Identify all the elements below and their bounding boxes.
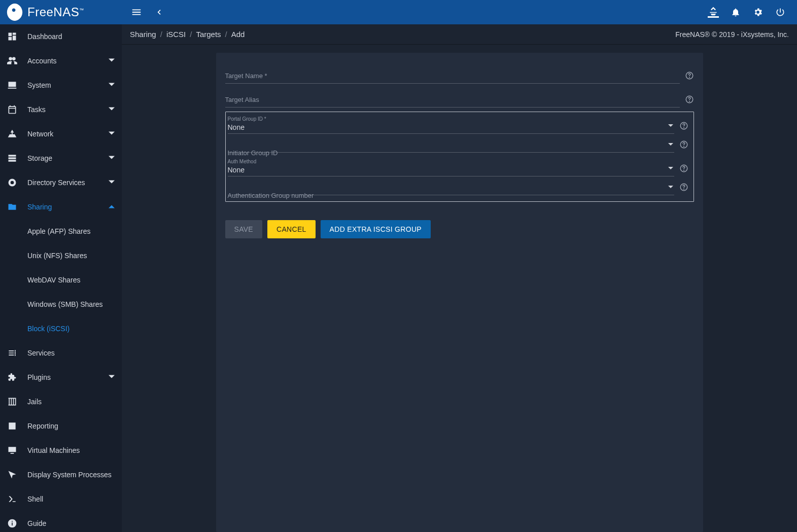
sidebar-item-label: System [27, 81, 51, 89]
auth-group-select[interactable] [228, 186, 674, 195]
help-icon[interactable] [685, 71, 694, 84]
auth-method-select[interactable]: None [228, 159, 674, 176]
sidebar-subitem-apple-afp-shares[interactable]: Apple (AFP) Shares [0, 219, 122, 243]
content-area: Target Name * Target Alias [122, 45, 797, 532]
help-icon[interactable] [679, 140, 688, 153]
help-icon[interactable] [679, 121, 688, 134]
guide-icon [6, 518, 18, 528]
sidebar-item-network[interactable]: Network [0, 122, 122, 146]
sidebar-item-directory-services[interactable]: Directory Services [0, 170, 122, 195]
sidebar-item-dashboard[interactable]: Dashboard [0, 24, 122, 49]
sidebar-item-label: Shell [27, 495, 43, 503]
breadcrumb-sharing[interactable]: Sharing [130, 30, 156, 39]
chevron-down-icon [109, 57, 115, 65]
sidebar-item-label: Reporting [27, 422, 58, 430]
sidebar-subitem-unix-nfs-shares[interactable]: Unix (NFS) Shares [0, 243, 122, 268]
chevron-down-icon [109, 179, 115, 187]
svg-point-16 [683, 189, 684, 189]
sidebar-item-label: Display System Processes [27, 471, 112, 479]
sidebar-item-label: Accounts [27, 57, 57, 65]
services-icon [6, 348, 18, 358]
chevron-up-icon [109, 203, 115, 211]
brand-logo[interactable]: FreeNAS™ [0, 3, 122, 22]
sidebar-subitem-webdav-shares[interactable]: WebDAV Shares [0, 268, 122, 292]
chevron-down-icon [109, 373, 115, 381]
svg-point-10 [683, 127, 684, 128]
sidebar-item-label: Guide [27, 519, 46, 527]
initiator-group-select[interactable] [228, 143, 674, 153]
dropdown-arrow-icon [668, 183, 673, 191]
storage-icon [6, 153, 18, 163]
freenas-logo-icon [5, 3, 24, 22]
menu-icon[interactable] [131, 7, 142, 18]
network-icon [6, 129, 18, 139]
jails-icon [6, 397, 18, 407]
svg-point-14 [683, 170, 684, 170]
breadcrumb-targets[interactable]: Targets [196, 30, 221, 39]
svg-point-12 [683, 146, 684, 147]
tasks-icon [6, 104, 18, 115]
sidebar-item-label: Jails [27, 398, 42, 406]
sidebar-item-plugins[interactable]: Plugins [0, 365, 122, 389]
theme-icon[interactable] [708, 7, 719, 18]
settings-icon[interactable] [752, 7, 764, 18]
sidebar-item-services[interactable]: Services [0, 341, 122, 365]
sidebar-item-label: Tasks [27, 105, 46, 114]
sidebar-item-label: Directory Services [27, 179, 85, 187]
plugins-icon [6, 372, 18, 382]
sidebar-subitem-block-iscsi-[interactable]: Block (iSCSI) [0, 316, 122, 341]
sidebar-item-guide[interactable]: Guide [0, 511, 122, 532]
svg-point-8 [689, 101, 689, 101]
shell-icon [6, 494, 18, 504]
help-icon[interactable] [679, 183, 688, 195]
breadcrumb: Sharing / iSCSI / Targets / Add FreeNAS®… [122, 24, 797, 45]
brand-name: FreeNAS™ [27, 5, 84, 19]
power-icon[interactable] [775, 7, 786, 18]
save-button[interactable]: SAVE [225, 220, 263, 238]
dropdown-arrow-icon [668, 122, 673, 130]
system-icon [6, 80, 18, 90]
accounts-icon [6, 56, 18, 66]
sidebar-item-display-system-processes[interactable]: Display System Processes [0, 463, 122, 487]
target-name-input[interactable] [225, 66, 680, 84]
sidebar-item-label: Network [27, 130, 53, 138]
processes-icon [6, 470, 18, 480]
iscsi-group-box: Portal Group ID * None Initiator Group I… [225, 112, 694, 202]
dashboard-icon [6, 31, 18, 42]
form-card: Target Name * Target Alias [216, 53, 703, 532]
sidebar-item-label: Storage [27, 154, 52, 162]
copyright: FreeNAS® © 2019 - iXsystems, Inc. [675, 30, 789, 39]
svg-rect-4 [12, 521, 13, 522]
help-icon[interactable] [685, 95, 694, 108]
sidebar-item-label: Plugins [27, 373, 51, 381]
sidebar-item-system[interactable]: System [0, 73, 122, 97]
sidebar-item-jails[interactable]: Jails [0, 389, 122, 414]
chevron-down-icon [109, 130, 115, 138]
sidebar-item-sharing[interactable]: Sharing [0, 195, 122, 219]
sidebar-item-accounts[interactable]: Accounts [0, 49, 122, 73]
breadcrumb-add: Add [231, 30, 245, 39]
add-extra-group-button[interactable]: ADD EXTRA ISCSI GROUP [321, 220, 431, 238]
sidebar-item-virtual-machines[interactable]: Virtual Machines [0, 438, 122, 463]
sidebar-item-shell[interactable]: Shell [0, 487, 122, 511]
target-alias-input[interactable] [225, 90, 680, 108]
sidebar: DashboardAccountsSystemTasksNetworkStora… [0, 24, 122, 532]
chevron-down-icon [109, 105, 115, 114]
portal-group-select[interactable]: None [228, 116, 674, 134]
sidebar-collapse-icon[interactable] [153, 7, 164, 18]
dropdown-arrow-icon [668, 164, 673, 172]
sidebar-item-label: Sharing [27, 203, 52, 211]
sidebar-item-label: Virtual Machines [27, 446, 80, 454]
sidebar-item-reporting[interactable]: Reporting [0, 414, 122, 438]
notifications-icon[interactable] [730, 7, 741, 18]
help-icon[interactable] [679, 164, 688, 176]
sidebar-subitem-windows-smb-shares[interactable]: Windows (SMB) Shares [0, 292, 122, 316]
chevron-down-icon [109, 81, 115, 89]
sidebar-item-label: Dashboard [27, 32, 62, 41]
sidebar-item-tasks[interactable]: Tasks [0, 97, 122, 122]
sidebar-item-storage[interactable]: Storage [0, 146, 122, 170]
cancel-button[interactable]: CANCEL [267, 220, 316, 238]
dropdown-arrow-icon [668, 140, 673, 149]
breadcrumb-iscsi[interactable]: iSCSI [166, 30, 186, 39]
vm-icon [6, 445, 18, 455]
